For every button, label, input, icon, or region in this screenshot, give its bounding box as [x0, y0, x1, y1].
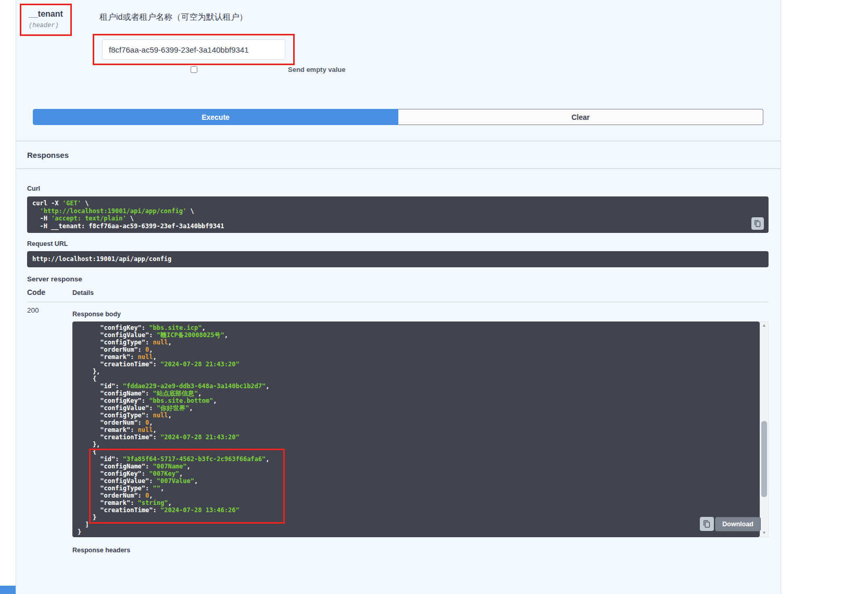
details-column-header: Details: [72, 289, 94, 296]
send-empty-label: Send empty value: [288, 66, 346, 73]
response-body-label: Response body: [72, 311, 769, 318]
request-url-label: Request URL: [27, 240, 769, 247]
param-value-highlight-box: [93, 34, 295, 65]
clear-button[interactable]: Clear: [398, 109, 763, 125]
tenant-value-input[interactable]: [102, 39, 285, 60]
next-opblock-stub: [0, 586, 16, 594]
responses-body: Curl curl -X 'GET' \ 'http://localhost:1…: [16, 169, 781, 554]
scroll-down-arrow-icon[interactable]: ▼: [760, 530, 768, 536]
parameters-section: __tenant (header) 租户id或者租户名称（可空为默认租户） Se…: [16, 0, 781, 73]
response-details-cell: Response body "configKey": "bbs.site.icp…: [72, 306, 769, 554]
responses-header: Responses: [16, 141, 781, 169]
clipboard-icon: [754, 220, 761, 227]
code-column-header: Code: [27, 288, 72, 296]
request-url-value: http://localhost:19001/api/app/config: [32, 255, 763, 263]
param-name: __tenant: [29, 9, 63, 19]
server-response-table: Code Details 200 Response body "configKe…: [27, 288, 769, 554]
response-body-code: "configKey": "bbs.site.icp", "configValu…: [72, 321, 760, 537]
curl-block: curl -X 'GET' \ 'http://localhost:19001/…: [27, 196, 769, 233]
curl-code: curl -X 'GET' \ 'http://localhost:19001/…: [32, 200, 763, 230]
response-body-scrollbar[interactable]: ▲ ▼: [760, 321, 769, 537]
param-description: 租户id或者租户名称（可空为默认租户）: [99, 11, 781, 23]
execute-wrapper: Execute Clear: [33, 109, 763, 125]
status-code: 200: [27, 306, 72, 554]
responses-title: Responses: [27, 151, 69, 159]
param-name-column: __tenant (header): [16, 0, 99, 36]
scroll-up-arrow-icon[interactable]: ▲: [760, 323, 768, 329]
response-headers-label: Response headers: [72, 547, 769, 554]
send-empty-checkbox[interactable]: [191, 66, 197, 73]
scrollbar-thumb[interactable]: [761, 421, 767, 497]
response-table-header: Code Details: [27, 288, 769, 302]
response-body-block: "configKey": "bbs.site.icp", "configValu…: [72, 321, 769, 537]
curl-label: Curl: [27, 185, 769, 192]
clipboard-icon: [703, 520, 711, 528]
response-table-row: 200 Response body "configKey": "bbs.site…: [27, 302, 769, 554]
download-button[interactable]: Download: [715, 517, 761, 531]
param-name-highlight-box: __tenant (header): [20, 4, 72, 36]
param-in: (header): [29, 22, 63, 29]
send-empty-row: Send empty value: [99, 65, 781, 73]
copy-curl-button[interactable]: [751, 217, 764, 230]
request-url-block: http://localhost:19001/api/app/config: [27, 251, 769, 267]
param-description-column: 租户id或者租户名称（可空为默认租户） Send empty value: [99, 0, 781, 73]
opblock-get: __tenant (header) 租户id或者租户名称（可空为默认租户） Se…: [16, 0, 781, 594]
execute-button[interactable]: Execute: [33, 109, 398, 125]
server-response-label: Server response: [27, 275, 769, 283]
copy-response-button[interactable]: [700, 517, 714, 531]
